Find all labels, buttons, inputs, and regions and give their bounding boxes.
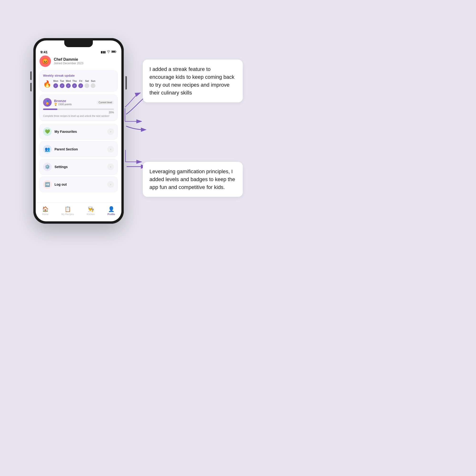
level-header: 🏅 Bronze 🏆 1500 points Current level <box>43 98 114 107</box>
status-time: 9:41 <box>40 50 48 54</box>
volume-up-button <box>30 71 32 80</box>
favourites-label: My Favourites <box>54 130 77 134</box>
home-icon: 🏠 <box>42 206 49 212</box>
progress-bar-fill <box>43 108 57 110</box>
streak-day-mon: Mon ✓ <box>53 80 58 88</box>
phone-notch <box>64 40 93 47</box>
volume-down-button <box>30 83 32 91</box>
level-name: Bronze <box>54 99 72 103</box>
streak-day-sat: Sat <box>85 80 89 88</box>
streak-title: Weekly streak update <box>43 74 114 77</box>
streak-flame-icon: 🔥 <box>43 80 51 88</box>
progress-bar-container <box>43 108 114 110</box>
profile-nav-label: Profile <box>108 213 115 216</box>
streak-day-wed: Wed ✓ <box>66 80 71 88</box>
day-check <box>91 83 95 88</box>
nav-profile[interactable]: 👤 Profile <box>108 206 115 216</box>
recipes-label: My Recipes <box>61 213 74 216</box>
day-label: Wed <box>66 80 71 82</box>
level-card: 🏅 Bronze 🏆 1500 points Current level <box>39 95 118 121</box>
menu-item-left: ⚙️ Settings <box>43 163 68 171</box>
nav-kitchen[interactable]: 👨‍🍳 Kitchen <box>87 206 95 216</box>
profile-joined: Joined December 2023 <box>54 62 83 65</box>
level-description: Complete three recipes to level up and u… <box>43 115 114 117</box>
progress-bar-bg <box>43 108 114 110</box>
profile-header: 😡 Chef Dammie Joined December 2023 <box>39 55 118 67</box>
day-label: Tue <box>60 80 64 82</box>
day-check: ✓ <box>72 83 77 88</box>
profile-name: Chef Dammie <box>54 57 83 62</box>
svg-rect-1 <box>112 51 115 52</box>
menu-item-left: ➡️ Log out <box>43 180 67 189</box>
menu-item-left: 💚 My Favourites <box>43 127 77 136</box>
progress-percent: 20% <box>43 111 114 114</box>
callout-streak-text: I added a streak feature to encourage ki… <box>150 66 235 96</box>
level-left: 🏅 Bronze 🏆 1500 points <box>43 98 72 107</box>
parent-icon: 👥 <box>43 145 52 153</box>
menu-item-favourites[interactable]: 💚 My Favourites › <box>39 124 118 139</box>
streak-day-tue: Tue ✓ <box>60 80 65 88</box>
day-check: ✓ <box>66 83 71 88</box>
settings-chevron: › <box>107 164 114 170</box>
home-label: Home <box>42 213 49 216</box>
kitchen-label: Kitchen <box>87 213 95 216</box>
parent-label: Parent Section <box>54 147 78 151</box>
menu-item-logout[interactable]: ➡️ Log out › <box>39 177 118 192</box>
day-check <box>85 83 89 88</box>
day-label: Fri <box>79 80 82 82</box>
day-label: Sat <box>85 80 89 82</box>
day-label: Mon <box>53 80 58 82</box>
power-button <box>125 76 127 89</box>
callout-streak: I added a streak feature to encourage ki… <box>143 60 243 102</box>
menu-list: 💚 My Favourites › 👥 Parent Section › <box>39 124 118 192</box>
callout-gamification: Leveraging gamification principles, I ad… <box>143 162 243 197</box>
profile-nav-icon: 👤 <box>108 206 115 212</box>
day-label: Sun <box>91 80 95 82</box>
screen-content: 😡 Chef Dammie Joined December 2023 Weekl… <box>36 55 121 215</box>
phone-mockup: 9:41 ▮▮▮ <box>33 38 124 224</box>
signal-icon: ▮▮▮ <box>101 51 106 54</box>
status-icons: ▮▮▮ <box>101 50 117 54</box>
bottom-nav: 🏠 Home 📋 My Recipes 👨‍🍳 Kitchen 👤 Profil… <box>36 202 121 221</box>
settings-icon: ⚙️ <box>43 163 52 171</box>
level-points: 🏆 1500 points <box>54 103 72 106</box>
battery-icon <box>111 50 117 54</box>
day-check: ✓ <box>60 83 65 88</box>
logout-chevron: › <box>107 181 114 188</box>
nav-home[interactable]: 🏠 Home <box>42 206 49 216</box>
menu-item-parent[interactable]: 👥 Parent Section › <box>39 141 118 157</box>
streak-row: 🔥 Mon ✓ Tue ✓ Wed ✓ Thu ✓ <box>43 80 114 88</box>
nav-recipes[interactable]: 📋 My Recipes <box>61 206 74 216</box>
streak-card: Weekly streak update 🔥 Mon ✓ Tue ✓ Wed ✓ <box>39 70 118 92</box>
streak-day-sun: Sun <box>91 80 95 88</box>
kitchen-icon: 👨‍🍳 <box>87 206 94 212</box>
avatar: 😡 <box>39 55 51 67</box>
favourites-icon: 💚 <box>43 127 52 136</box>
recipes-icon: 📋 <box>65 206 71 212</box>
logout-icon: ➡️ <box>43 180 52 189</box>
day-check: ✓ <box>78 83 83 88</box>
level-info: Bronze 🏆 1500 points <box>54 99 72 106</box>
level-icon: 🏅 <box>43 98 52 107</box>
current-level-badge: Current level <box>97 101 114 104</box>
favourites-chevron: › <box>107 128 114 135</box>
callout-gamification-text: Leveraging gamification principles, I ad… <box>150 169 235 190</box>
streak-day-thu: Thu ✓ <box>72 80 77 88</box>
day-check: ✓ <box>53 83 58 88</box>
streak-day-fri: Fri ✓ <box>78 80 83 88</box>
parent-chevron: › <box>107 146 114 153</box>
wifi-icon <box>107 50 110 54</box>
profile-info: Chef Dammie Joined December 2023 <box>54 57 83 65</box>
menu-item-left: 👥 Parent Section <box>43 145 78 153</box>
menu-item-settings[interactable]: ⚙️ Settings › <box>39 159 118 175</box>
streak-days: Mon ✓ Tue ✓ Wed ✓ Thu ✓ Fri <box>53 80 114 88</box>
logout-label: Log out <box>54 183 67 186</box>
day-label: Thu <box>72 80 77 82</box>
settings-label: Settings <box>54 165 68 169</box>
